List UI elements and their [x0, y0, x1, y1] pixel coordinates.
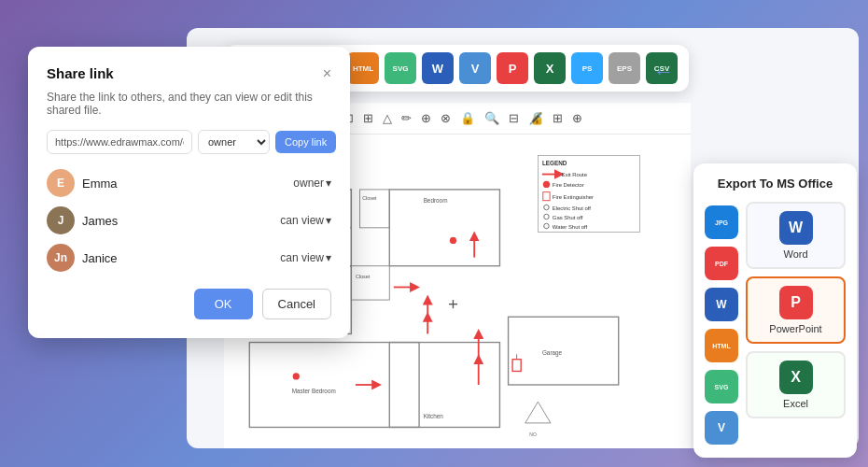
svg-point-4 — [543, 181, 550, 188]
format-btn-svg[interactable]: SVG — [385, 52, 416, 84]
export-item-powerpoint[interactable]: P PowerPoint — [746, 276, 846, 344]
svg-text:Kitchen: Kitchen — [424, 413, 444, 419]
svg-text:Closet: Closet — [362, 195, 377, 201]
export-panel-title: Export To MS Office — [705, 177, 846, 191]
powerpoint-icon: P — [779, 286, 813, 319]
owner-select[interactable]: owner can view can edit — [198, 130, 270, 154]
tool-lock[interactable]: 🔒 — [460, 111, 475, 125]
user-name-janice: Janice — [82, 251, 118, 265]
dialog-header: Share link × — [47, 65, 331, 81]
svg-rect-35 — [509, 317, 619, 385]
dialog-subtitle: Share the link to others, and they can v… — [47, 91, 331, 117]
close-dialog-button[interactable]: × — [323, 66, 331, 81]
avatar-emma: E — [47, 169, 75, 197]
svg-rect-30 — [249, 343, 419, 428]
powerpoint-label: PowerPoint — [769, 323, 821, 334]
svg-text:Garage: Garage — [542, 349, 563, 357]
user-info-james: J James — [47, 206, 118, 234]
tool-remove[interactable]: ⊗ — [441, 111, 451, 125]
tool-more[interactable]: ⊕ — [572, 111, 582, 125]
excel-label: Excel — [783, 398, 808, 409]
format-btn-ps[interactable]: PS — [571, 52, 603, 84]
avatar-james: J — [47, 206, 75, 234]
share-dialog: Share link × Share the link to others, a… — [28, 47, 350, 338]
svg-text:Closet: Closet — [356, 274, 371, 279]
svg-text:Fire Detector: Fire Detector — [553, 182, 584, 188]
arrow-connector: ← — [653, 60, 674, 84]
copy-link-button[interactable]: Copy link — [275, 131, 336, 153]
format-btn-visio[interactable]: V — [459, 52, 491, 84]
tool-grid[interactable]: ⊞ — [553, 111, 563, 125]
role-badge-janice[interactable]: can view ▾ — [280, 251, 331, 264]
svg-point-32 — [293, 373, 300, 379]
svg-rect-44 — [512, 360, 521, 372]
svg-marker-48 — [525, 402, 551, 423]
format-btn-eps[interactable]: EPS — [609, 52, 640, 84]
export-small-jpg[interactable]: JPG — [705, 205, 738, 239]
svg-point-21 — [450, 237, 456, 244]
ok-button[interactable]: OK — [194, 289, 253, 319]
export-small-pdf[interactable]: PDF — [705, 247, 738, 280]
svg-text:Bedroom: Bedroom — [424, 197, 448, 204]
format-btn-ppt[interactable]: P — [497, 52, 528, 84]
dialog-footer: OK Cancel — [47, 289, 331, 319]
user-row-emma: E Emma owner ▾ — [47, 169, 331, 197]
user-info-janice: Jn Janice — [47, 244, 118, 272]
role-badge-emma[interactable]: owner ▾ — [293, 177, 331, 190]
user-name-james: James — [82, 214, 118, 228]
tool-pen[interactable]: ✏ — [401, 111, 412, 125]
format-btn-html[interactable]: HTML — [347, 52, 379, 84]
svg-text:LEGEND: LEGEND — [542, 160, 567, 166]
tool-add[interactable]: ⊕ — [421, 111, 431, 125]
export-small-svg[interactable]: SVG — [705, 370, 738, 403]
dialog-title: Share link — [47, 65, 114, 81]
cancel-button[interactable]: Cancel — [262, 289, 331, 319]
svg-rect-33 — [389, 343, 499, 428]
tool-shape3[interactable]: ⊞ — [363, 111, 373, 125]
export-item-word[interactable]: W Word — [746, 202, 846, 269]
svg-text:Gas Shut off: Gas Shut off — [553, 215, 583, 220]
role-badge-james[interactable]: can view ▾ — [280, 214, 331, 227]
user-info-emma: E Emma — [47, 169, 118, 197]
svg-text:Master Bedroom: Master Bedroom — [292, 388, 336, 394]
svg-text:NO: NO — [529, 432, 537, 437]
format-btn-word[interactable]: W — [422, 52, 454, 84]
user-row-james: J James can view ▾ — [47, 206, 331, 234]
user-list: E Emma owner ▾ J James can view ▾ Jn Jan… — [47, 169, 331, 272]
link-input[interactable] — [47, 130, 192, 154]
svg-text:Water Shut off: Water Shut off — [553, 224, 588, 230]
svg-text:Fire Extinguisher: Fire Extinguisher — [553, 194, 594, 200]
tool-lock2[interactable]: 🔏 — [528, 111, 543, 125]
svg-text:Exit Route: Exit Route — [562, 172, 588, 177]
format-btn-excel[interactable]: X — [534, 52, 566, 84]
word-label: Word — [783, 248, 807, 260]
tool-minus[interactable]: ⊟ — [509, 111, 519, 125]
tool-shape4[interactable]: △ — [383, 111, 392, 125]
export-small-word[interactable]: W — [705, 288, 738, 321]
excel-icon: X — [779, 361, 813, 394]
svg-text:Electric Shut off: Electric Shut off — [553, 205, 592, 211]
user-row-janice: Jn Janice can view ▾ — [47, 244, 331, 272]
avatar-janice: Jn — [47, 244, 75, 272]
svg-rect-28 — [351, 266, 389, 300]
export-panel: Export To MS Office JPG PDF W HTML SVG V — [693, 163, 857, 458]
word-icon: W — [779, 211, 813, 245]
user-name-emma: Emma — [82, 177, 118, 191]
export-item-excel[interactable]: X Excel — [746, 351, 846, 418]
link-row: owner can view can edit Copy link — [47, 130, 331, 154]
export-small-html[interactable]: HTML — [705, 329, 738, 362]
tool-zoom[interactable]: 🔍 — [484, 111, 499, 125]
export-small-visio[interactable]: V — [705, 411, 738, 445]
